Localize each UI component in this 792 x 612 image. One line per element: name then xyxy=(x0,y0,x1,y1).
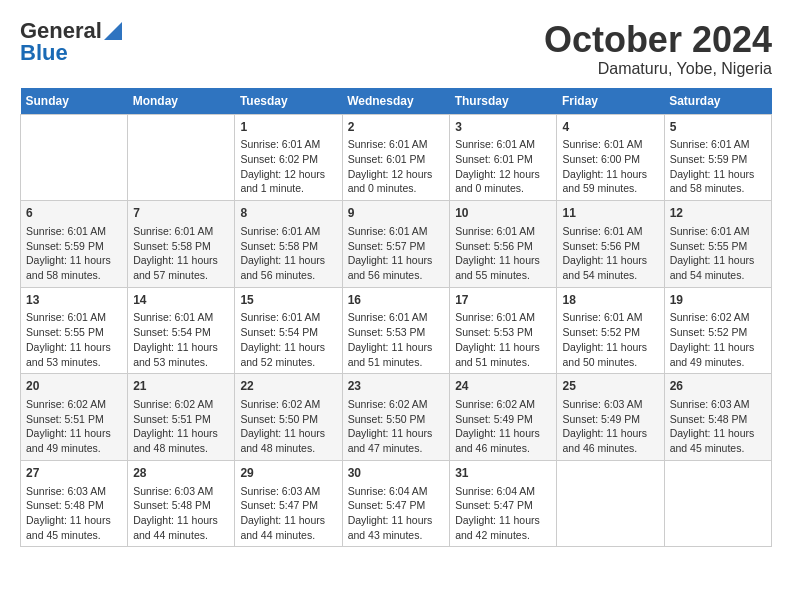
day-info: Sunrise: 6:01 AM Sunset: 5:58 PM Dayligh… xyxy=(133,224,229,283)
calendar-cell: 6Sunrise: 6:01 AM Sunset: 5:59 PM Daylig… xyxy=(21,201,128,288)
calendar-cell: 30Sunrise: 6:04 AM Sunset: 5:47 PM Dayli… xyxy=(342,460,450,547)
calendar-cell: 16Sunrise: 6:01 AM Sunset: 5:53 PM Dayli… xyxy=(342,287,450,374)
calendar-table: SundayMondayTuesdayWednesdayThursdayFrid… xyxy=(20,88,772,548)
day-number: 14 xyxy=(133,292,229,309)
day-info: Sunrise: 6:04 AM Sunset: 5:47 PM Dayligh… xyxy=(348,484,445,543)
calendar-cell: 3Sunrise: 6:01 AM Sunset: 6:01 PM Daylig… xyxy=(450,114,557,201)
day-number: 24 xyxy=(455,378,551,395)
calendar-cell: 9Sunrise: 6:01 AM Sunset: 5:57 PM Daylig… xyxy=(342,201,450,288)
calendar-cell: 1Sunrise: 6:01 AM Sunset: 6:02 PM Daylig… xyxy=(235,114,342,201)
calendar-cell: 13Sunrise: 6:01 AM Sunset: 5:55 PM Dayli… xyxy=(21,287,128,374)
day-number: 2 xyxy=(348,119,445,136)
logo-general-text: General xyxy=(20,20,102,42)
title-block: October 2024 Damaturu, Yobe, Nigeria xyxy=(544,20,772,78)
day-info: Sunrise: 6:03 AM Sunset: 5:48 PM Dayligh… xyxy=(26,484,122,543)
calendar-cell: 5Sunrise: 6:01 AM Sunset: 5:59 PM Daylig… xyxy=(664,114,771,201)
day-number: 25 xyxy=(562,378,658,395)
day-number: 1 xyxy=(240,119,336,136)
calendar-cell: 15Sunrise: 6:01 AM Sunset: 5:54 PM Dayli… xyxy=(235,287,342,374)
day-number: 7 xyxy=(133,205,229,222)
calendar-cell xyxy=(664,460,771,547)
weekday-header-friday: Friday xyxy=(557,88,664,115)
calendar-week-row: 13Sunrise: 6:01 AM Sunset: 5:55 PM Dayli… xyxy=(21,287,772,374)
calendar-cell: 25Sunrise: 6:03 AM Sunset: 5:49 PM Dayli… xyxy=(557,374,664,461)
day-info: Sunrise: 6:01 AM Sunset: 5:57 PM Dayligh… xyxy=(348,224,445,283)
day-number: 21 xyxy=(133,378,229,395)
calendar-cell: 20Sunrise: 6:02 AM Sunset: 5:51 PM Dayli… xyxy=(21,374,128,461)
day-number: 31 xyxy=(455,465,551,482)
day-number: 16 xyxy=(348,292,445,309)
day-number: 22 xyxy=(240,378,336,395)
calendar-cell: 28Sunrise: 6:03 AM Sunset: 5:48 PM Dayli… xyxy=(128,460,235,547)
day-info: Sunrise: 6:01 AM Sunset: 5:53 PM Dayligh… xyxy=(455,310,551,369)
day-info: Sunrise: 6:01 AM Sunset: 5:55 PM Dayligh… xyxy=(670,224,766,283)
day-number: 15 xyxy=(240,292,336,309)
day-info: Sunrise: 6:01 AM Sunset: 6:01 PM Dayligh… xyxy=(348,137,445,196)
day-info: Sunrise: 6:02 AM Sunset: 5:50 PM Dayligh… xyxy=(348,397,445,456)
day-number: 9 xyxy=(348,205,445,222)
day-number: 19 xyxy=(670,292,766,309)
calendar-cell: 22Sunrise: 6:02 AM Sunset: 5:50 PM Dayli… xyxy=(235,374,342,461)
day-info: Sunrise: 6:01 AM Sunset: 5:55 PM Dayligh… xyxy=(26,310,122,369)
logo: General Blue xyxy=(20,20,122,64)
logo-blue-text: Blue xyxy=(20,42,68,64)
day-info: Sunrise: 6:02 AM Sunset: 5:51 PM Dayligh… xyxy=(26,397,122,456)
day-info: Sunrise: 6:01 AM Sunset: 5:59 PM Dayligh… xyxy=(26,224,122,283)
day-number: 17 xyxy=(455,292,551,309)
day-number: 28 xyxy=(133,465,229,482)
day-number: 4 xyxy=(562,119,658,136)
calendar-cell: 10Sunrise: 6:01 AM Sunset: 5:56 PM Dayli… xyxy=(450,201,557,288)
logo-icon xyxy=(104,22,122,40)
weekday-header-saturday: Saturday xyxy=(664,88,771,115)
day-number: 27 xyxy=(26,465,122,482)
day-info: Sunrise: 6:01 AM Sunset: 6:02 PM Dayligh… xyxy=(240,137,336,196)
calendar-cell: 27Sunrise: 6:03 AM Sunset: 5:48 PM Dayli… xyxy=(21,460,128,547)
calendar-cell xyxy=(128,114,235,201)
calendar-cell: 29Sunrise: 6:03 AM Sunset: 5:47 PM Dayli… xyxy=(235,460,342,547)
calendar-cell: 11Sunrise: 6:01 AM Sunset: 5:56 PM Dayli… xyxy=(557,201,664,288)
weekday-header-wednesday: Wednesday xyxy=(342,88,450,115)
weekday-header-sunday: Sunday xyxy=(21,88,128,115)
calendar-cell: 17Sunrise: 6:01 AM Sunset: 5:53 PM Dayli… xyxy=(450,287,557,374)
calendar-cell: 18Sunrise: 6:01 AM Sunset: 5:52 PM Dayli… xyxy=(557,287,664,374)
day-info: Sunrise: 6:01 AM Sunset: 6:01 PM Dayligh… xyxy=(455,137,551,196)
day-number: 29 xyxy=(240,465,336,482)
day-number: 8 xyxy=(240,205,336,222)
day-info: Sunrise: 6:04 AM Sunset: 5:47 PM Dayligh… xyxy=(455,484,551,543)
day-number: 11 xyxy=(562,205,658,222)
calendar-cell: 7Sunrise: 6:01 AM Sunset: 5:58 PM Daylig… xyxy=(128,201,235,288)
day-number: 5 xyxy=(670,119,766,136)
calendar-week-row: 6Sunrise: 6:01 AM Sunset: 5:59 PM Daylig… xyxy=(21,201,772,288)
weekday-header-thursday: Thursday xyxy=(450,88,557,115)
calendar-cell: 21Sunrise: 6:02 AM Sunset: 5:51 PM Dayli… xyxy=(128,374,235,461)
day-info: Sunrise: 6:02 AM Sunset: 5:52 PM Dayligh… xyxy=(670,310,766,369)
day-info: Sunrise: 6:03 AM Sunset: 5:48 PM Dayligh… xyxy=(670,397,766,456)
day-info: Sunrise: 6:02 AM Sunset: 5:51 PM Dayligh… xyxy=(133,397,229,456)
day-info: Sunrise: 6:03 AM Sunset: 5:47 PM Dayligh… xyxy=(240,484,336,543)
svg-marker-0 xyxy=(104,22,122,40)
day-info: Sunrise: 6:01 AM Sunset: 5:59 PM Dayligh… xyxy=(670,137,766,196)
calendar-week-row: 20Sunrise: 6:02 AM Sunset: 5:51 PM Dayli… xyxy=(21,374,772,461)
day-number: 13 xyxy=(26,292,122,309)
day-info: Sunrise: 6:01 AM Sunset: 5:54 PM Dayligh… xyxy=(240,310,336,369)
day-info: Sunrise: 6:02 AM Sunset: 5:49 PM Dayligh… xyxy=(455,397,551,456)
month-title: October 2024 xyxy=(544,20,772,60)
day-number: 3 xyxy=(455,119,551,136)
calendar-cell: 4Sunrise: 6:01 AM Sunset: 6:00 PM Daylig… xyxy=(557,114,664,201)
calendar-cell xyxy=(21,114,128,201)
calendar-cell: 23Sunrise: 6:02 AM Sunset: 5:50 PM Dayli… xyxy=(342,374,450,461)
day-number: 10 xyxy=(455,205,551,222)
calendar-cell: 19Sunrise: 6:02 AM Sunset: 5:52 PM Dayli… xyxy=(664,287,771,374)
calendar-cell: 2Sunrise: 6:01 AM Sunset: 6:01 PM Daylig… xyxy=(342,114,450,201)
day-info: Sunrise: 6:01 AM Sunset: 5:56 PM Dayligh… xyxy=(562,224,658,283)
day-number: 26 xyxy=(670,378,766,395)
weekday-header-row: SundayMondayTuesdayWednesdayThursdayFrid… xyxy=(21,88,772,115)
weekday-header-monday: Monday xyxy=(128,88,235,115)
calendar-cell: 26Sunrise: 6:03 AM Sunset: 5:48 PM Dayli… xyxy=(664,374,771,461)
weekday-header-tuesday: Tuesday xyxy=(235,88,342,115)
day-number: 18 xyxy=(562,292,658,309)
calendar-cell xyxy=(557,460,664,547)
day-info: Sunrise: 6:01 AM Sunset: 5:56 PM Dayligh… xyxy=(455,224,551,283)
calendar-cell: 12Sunrise: 6:01 AM Sunset: 5:55 PM Dayli… xyxy=(664,201,771,288)
calendar-cell: 31Sunrise: 6:04 AM Sunset: 5:47 PM Dayli… xyxy=(450,460,557,547)
